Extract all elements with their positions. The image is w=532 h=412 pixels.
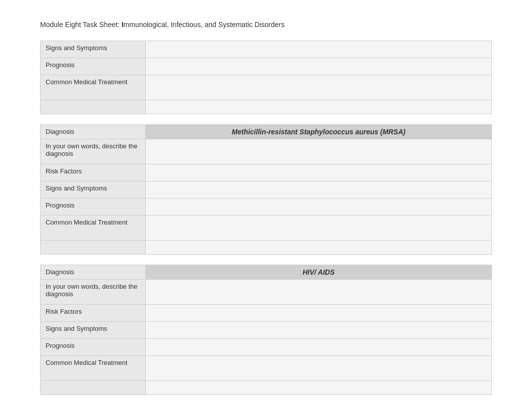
table-3-hiv: Diagnosis HIV/ AIDS In your own words, d… xyxy=(40,265,492,395)
label-describe-hiv: In your own words, describe the diagnosi… xyxy=(41,280,146,305)
table-row: Common Medical Treatment xyxy=(41,356,492,381)
table-row-spacer xyxy=(41,100,492,114)
label-diagnosis-header: Diagnosis xyxy=(41,125,146,139)
table-row-spacer xyxy=(41,381,492,395)
label-prognosis-2: Prognosis xyxy=(41,198,146,216)
content-signs-symptoms-1[interactable] xyxy=(146,41,492,58)
table-row: Prognosis xyxy=(41,58,492,75)
content-risk-factors-1[interactable] xyxy=(146,164,492,181)
diagnosis-title-mrsa: Methicillin-resistant Staphylococcus aur… xyxy=(146,125,492,139)
table-row: Risk Factors xyxy=(41,164,492,181)
table-row: Prognosis xyxy=(41,339,492,356)
table-row: Common Medical Treatment xyxy=(41,75,492,100)
table-row-spacer xyxy=(41,241,492,255)
diagnosis-title-hiv: HIV/ AIDS xyxy=(146,265,492,280)
table-row: In your own words, describe the diagnosi… xyxy=(41,280,492,305)
content-treatment-2[interactable] xyxy=(146,216,492,241)
label-signs-symptoms-2: Signs and Symptoms xyxy=(41,181,146,198)
label-risk-factors-hiv: Risk Factors xyxy=(41,305,146,322)
label-risk-factors-1: Risk Factors xyxy=(41,164,146,181)
table-row: Signs and Symptoms xyxy=(41,181,492,198)
content-prognosis-hiv[interactable] xyxy=(146,339,492,356)
table-1: Signs and Symptoms Prognosis Common Medi… xyxy=(40,41,492,114)
label-prognosis-1: Prognosis xyxy=(41,58,146,75)
label-treatment-2: Common Medical Treatment xyxy=(41,216,146,241)
content-signs-symptoms-hiv[interactable] xyxy=(146,322,492,339)
label-prognosis-hiv: Prognosis xyxy=(41,339,146,356)
content-prognosis-2[interactable] xyxy=(146,198,492,216)
content-treatment-1[interactable] xyxy=(146,75,492,100)
table-row: Signs and Symptoms xyxy=(41,322,492,339)
table-row: In your own words, describe the diagnosi… xyxy=(41,139,492,164)
content-describe-hiv[interactable] xyxy=(146,280,492,305)
diagnosis-header-row-hiv: Diagnosis HIV/ AIDS xyxy=(41,265,492,280)
table-row: Common Medical Treatment xyxy=(41,216,492,241)
content-prognosis-1[interactable] xyxy=(146,58,492,75)
page-title: Module Eight Task Sheet: Immunological, … xyxy=(40,20,492,29)
table-row: Prognosis xyxy=(41,198,492,216)
label-diagnosis-header-hiv: Diagnosis xyxy=(41,265,146,280)
label-treatment-1: Common Medical Treatment xyxy=(41,75,146,100)
table-2-mrsa: Diagnosis Methicillin-resistant Staphylo… xyxy=(40,124,492,255)
label-signs-symptoms-hiv: Signs and Symptoms xyxy=(41,322,146,339)
title-rest: mmunological, Infectious, and Systematic… xyxy=(124,21,285,29)
content-describe-1[interactable] xyxy=(146,139,492,164)
table-row: Risk Factors xyxy=(41,305,492,322)
content-risk-factors-hiv[interactable] xyxy=(146,305,492,322)
title-prefix: Module Eight Task Sheet: xyxy=(40,21,121,29)
label-signs-symptoms-1: Signs and Symptoms xyxy=(41,41,146,58)
label-treatment-hiv: Common Medical Treatment xyxy=(41,356,146,381)
label-describe-1: In your own words, describe the diagnosi… xyxy=(41,139,146,164)
content-signs-symptoms-2[interactable] xyxy=(146,181,492,198)
diagnosis-header-row-mrsa: Diagnosis Methicillin-resistant Staphylo… xyxy=(41,125,492,139)
table-row: Signs and Symptoms xyxy=(41,41,492,58)
content-treatment-hiv[interactable] xyxy=(146,356,492,381)
